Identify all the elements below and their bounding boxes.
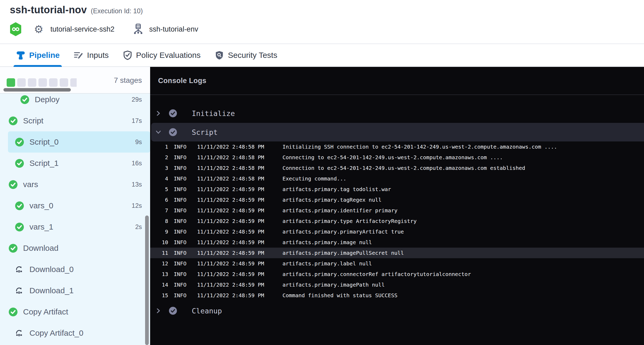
log-line-7[interactable]: 7INFO11/11/2022 2:48:59 PMartifacts.prim… [150, 205, 644, 216]
log-line-number: 15 [150, 292, 168, 299]
log-message: artifacts.primary.tag todolist.war [282, 186, 644, 192]
sidebar-item-download-0[interactable]: Download_0 [0, 259, 150, 280]
stage-progress-squares [7, 78, 77, 87]
shield-search-icon [214, 50, 224, 60]
stage-duration: 13s [132, 181, 150, 188]
host-link[interactable]: ec2-54-201-142-249.us-west-2.compute.ama… [381, 144, 541, 150]
stage-duration: 16s [132, 159, 150, 167]
log-line-12[interactable]: 12INFO11/11/2022 2:48:59 PMartifacts.pri… [150, 258, 644, 269]
log-line-4[interactable]: 4INFO11/11/2022 2:48:58 PMExecuting comm… [150, 173, 644, 184]
sidebar-item-script-1[interactable]: Script_116s [0, 153, 150, 174]
sidebar-item-script-0[interactable]: Script_09s [0, 131, 150, 153]
log-timestamp: 11/11/2022 2:48:59 PM [197, 239, 282, 245]
stage-duration: 29s [132, 96, 150, 103]
stage-label: Download [23, 244, 58, 253]
chevron-down-icon[interactable] [155, 129, 162, 135]
log-level: INFO [174, 175, 197, 182]
log-line-number: 4 [150, 175, 168, 182]
host-link[interactable]: ec2-54-201-142-249.us-west-2.compute.ama… [327, 165, 487, 171]
stage-duration: 17s [132, 117, 150, 124]
sidebar-item-download-1[interactable]: Download_1 [0, 280, 150, 301]
log-line-8[interactable]: 8INFO11/11/2022 2:48:59 PMartifacts.prim… [150, 216, 644, 226]
log-line-1[interactable]: 1INFO11/11/2022 2:48:58 PMInitializing S… [150, 141, 644, 152]
log-line-number: 7 [150, 207, 168, 214]
log-line-9[interactable]: 9INFO11/11/2022 2:48:59 PMartifacts.prim… [150, 226, 644, 237]
rollback-steps-icon [15, 286, 24, 295]
log-line-10[interactable]: 10INFO11/11/2022 2:48:59 PMartifacts.pri… [150, 237, 644, 248]
stage-square-pending [60, 78, 68, 87]
log-text: artifacts.primary.tagRegex null [282, 197, 381, 203]
log-message: Connecting to ec2-54-201-142-249.us-west… [282, 154, 644, 161]
meta-row: ⚙ tutorial-service-ssh2 ssh-tutorial-env [9, 22, 198, 36]
stage-label: vars [23, 180, 38, 189]
tab-pipeline[interactable]: Pipeline [14, 44, 62, 66]
log-text: Initializing SSH connection to [282, 144, 381, 150]
chevron-right-icon[interactable] [155, 110, 162, 117]
tab-security-tests[interactable]: Security Tests [212, 44, 279, 66]
log-line-number: 13 [150, 271, 168, 277]
log-line-6[interactable]: 6INFO11/11/2022 2:48:59 PMartifacts.prim… [150, 195, 644, 205]
stage-duration: 12s [132, 202, 150, 209]
sidebar-item-download[interactable]: Download [0, 238, 150, 259]
log-line-3[interactable]: 3INFO11/11/2022 2:48:58 PMConnection to … [150, 163, 644, 173]
log-line-13[interactable]: 13INFO11/11/2022 2:48:59 PMartifacts.pri… [150, 269, 644, 279]
log-message: artifacts.primary.imagePullSecret null [282, 250, 644, 256]
log-section-cleanup[interactable]: Cleanup [150, 301, 644, 320]
log-message: artifacts.primary.connectorRef artifacto… [282, 271, 644, 277]
log-line-15[interactable]: 15INFO11/11/2022 2:48:59 PMCommand finis… [150, 290, 644, 301]
stages-progress-header: 7 stages [0, 67, 150, 94]
sidebar-item-copy-artifact-0[interactable]: Copy Artifact_0 [0, 322, 150, 344]
log-text: artifacts.primary.tag todolist.war [282, 186, 391, 192]
sidebar-item-vars[interactable]: vars13s [0, 174, 150, 195]
sidebar-item-copy-artifact[interactable]: Copy Artifact [0, 301, 150, 322]
log-line-number: 6 [150, 197, 168, 203]
stage-label: vars_1 [29, 222, 53, 231]
log-message: artifacts.primary.image null [282, 239, 644, 245]
log-line-number: 12 [150, 260, 168, 267]
sidebar-item-vars-1[interactable]: vars_12s [0, 216, 150, 238]
log-message: Initializing SSH connection to ec2-54-20… [282, 144, 644, 150]
sidebar-item-deploy[interactable]: Deploy29s [0, 94, 150, 110]
stage-list-scrollbar[interactable] [145, 215, 149, 345]
stage-square-pending [49, 78, 58, 87]
stage-duration: 9s [135, 138, 150, 146]
sidebar-item-script[interactable]: Script17s [0, 110, 150, 131]
tab-inputs[interactable]: Inputs [71, 44, 111, 66]
log-section-script[interactable]: Script [150, 123, 644, 141]
log-line-5[interactable]: 5INFO11/11/2022 2:48:59 PMartifacts.prim… [150, 184, 644, 195]
log-line-number: 9 [150, 228, 168, 235]
log-line-2[interactable]: 2INFO11/11/2022 2:48:58 PMConnecting to … [150, 152, 644, 163]
check-circle-icon [9, 117, 18, 125]
log-level: INFO [174, 197, 197, 203]
log-level: INFO [174, 239, 197, 245]
log-text: artifacts.primary.connectorRef artifacto… [282, 271, 471, 277]
chevron-right-icon[interactable] [155, 308, 162, 314]
log-text: Command finished with status SUCCESS [282, 292, 397, 299]
tab-policy-evaluations[interactable]: Policy Evaluations [120, 44, 203, 66]
rollback-steps-icon [15, 329, 24, 338]
host-link[interactable]: ec2-54-201-142-249.us-west-2.compute.ama… [327, 154, 487, 161]
log-message: Executing command... [282, 175, 644, 182]
stage-square-pending [28, 78, 36, 87]
log-line-number: 10 [150, 239, 168, 245]
progress-horizontal-scrollbar[interactable] [3, 88, 71, 92]
check-circle-icon [169, 128, 177, 136]
log-line-14[interactable]: 14INFO11/11/2022 2:48:59 PMartifacts.pri… [150, 279, 644, 290]
check-circle-icon [169, 109, 177, 117]
rollback-steps-icon [15, 265, 24, 274]
stage-list: Deploy29sScript17sScript_09sScript_116sv… [0, 94, 150, 345]
stage-square-pending [70, 78, 77, 87]
log-message: artifacts.primary.type ArtifactoryRegist… [282, 218, 644, 224]
log-level: INFO [174, 144, 197, 150]
stage-label: vars_0 [29, 201, 53, 210]
log-text: artifacts.primary.imagePullSecret null [282, 250, 404, 256]
log-timestamp: 11/11/2022 2:48:58 PM [197, 165, 282, 171]
tab-label: Policy Evaluations [136, 51, 201, 60]
sidebar-item-vars-0[interactable]: vars_012s [0, 195, 150, 216]
stage-label: Script [23, 116, 43, 125]
log-line-number: 5 [150, 186, 168, 192]
stage-label: Download_0 [29, 265, 74, 274]
tab-bar: Pipeline Inputs Policy Evaluations Secur… [0, 44, 644, 67]
log-section-initialize[interactable]: Initialize [150, 104, 644, 123]
log-line-11[interactable]: 11INFO11/11/2022 2:48:59 PMartifacts.pri… [150, 248, 644, 258]
